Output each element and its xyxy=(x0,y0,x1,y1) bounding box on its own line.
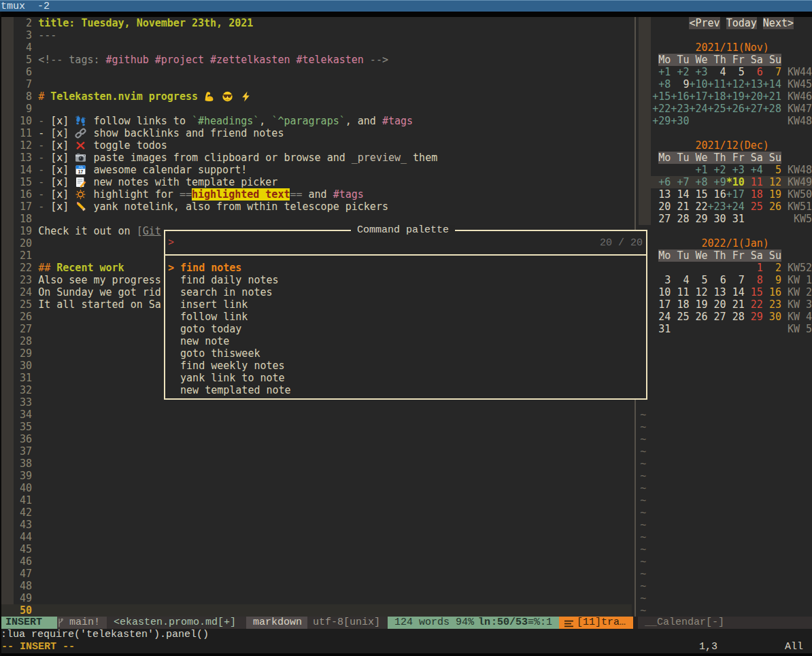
svg-text:17: 17 xyxy=(78,169,84,174)
